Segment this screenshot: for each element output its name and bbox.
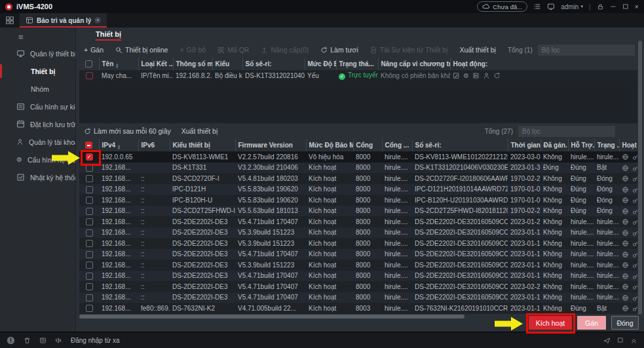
online-device-row[interactable]: 192.168...::DS-2CD2T25FHWD-I8V5.5.63buil… — [79, 206, 637, 217]
column-header[interactable]: Kiểu thiết bị — [170, 139, 235, 151]
refresh-icon[interactable] — [493, 72, 501, 79]
column-header[interactable]: Số sê-ri: — [412, 139, 508, 151]
online-device-row[interactable]: 192.168...::DS-2DE2202I-DE3V5.4.71build … — [79, 281, 637, 292]
toolbar-item-7[interactable]: Xuất thiết bị — [459, 46, 495, 54]
column-header[interactable]: Thời gian K... — [508, 139, 540, 151]
online-device-row[interactable]: 192.168...::IPC-D121HV5.5.83build 190620… — [79, 184, 637, 195]
toolbar-item-0[interactable]: +Gán — [84, 46, 104, 54]
online-filter-input[interactable] — [518, 126, 615, 137]
cell-checkbox[interactable] — [79, 249, 99, 260]
gear-icon[interactable]: ⚙ — [463, 72, 469, 79]
task-list-button[interactable] — [533, 3, 541, 10]
row-checkbox[interactable] — [86, 273, 93, 280]
row-checkbox[interactable] — [86, 305, 93, 312]
column-header[interactable]: Loại Kết ... — [138, 58, 173, 70]
online-device-row[interactable]: 192.168...::DS-2DE2202I-DE3V5.4.71build … — [79, 271, 637, 282]
key-icon[interactable] — [632, 175, 637, 182]
column-header[interactable]: Trạng thá... — [336, 58, 378, 70]
row-checkbox[interactable] — [86, 186, 93, 193]
globe-icon[interactable] — [622, 305, 629, 312]
globe-icon[interactable] — [622, 261, 629, 269]
key-icon[interactable] — [632, 273, 637, 280]
screen-button[interactable] — [547, 3, 555, 10]
column-header[interactable]: IPv6 — [138, 139, 170, 151]
online-device-row[interactable]: 192.168...::IPC-B120H-UV5.5.83build 1906… — [79, 195, 637, 206]
row-checkbox[interactable] — [86, 175, 93, 182]
globe-icon[interactable] — [622, 197, 629, 204]
cell-checkbox[interactable] — [79, 195, 99, 206]
row-checkbox[interactable] — [86, 261, 93, 269]
edit-icon[interactable] — [453, 72, 460, 79]
column-header[interactable]: Nâng cấp vi chương trình — [378, 58, 450, 70]
sidebar-item-2[interactable]: Nhóm — [0, 80, 75, 98]
cell-checkbox[interactable] — [79, 70, 99, 81]
key-icon[interactable] — [632, 197, 637, 204]
globe-icon[interactable] — [622, 218, 629, 225]
close-dialog-button[interactable]: Đóng — [611, 316, 639, 330]
online-device-row[interactable]: 192.168...::DS-2DE2202I-DE3V5.3.9build 1… — [79, 227, 637, 239]
speaker-icon[interactable] — [55, 337, 62, 344]
globe-icon[interactable] — [622, 229, 629, 237]
minimize-button[interactable] — [610, 3, 616, 10]
online-device-row[interactable]: 192.168...::DS-2DE2202I-DE3V5.4.71build … — [79, 292, 637, 303]
key-icon[interactable] — [632, 153, 637, 161]
activate-button[interactable]: Kích hoạt — [529, 316, 572, 330]
row-checkbox[interactable] — [86, 251, 93, 258]
trash-icon[interactable] — [24, 337, 31, 344]
cell-checkbox[interactable] — [79, 292, 99, 303]
select-all-checkbox[interactable] — [85, 142, 92, 149]
key-icon[interactable] — [632, 294, 637, 301]
column-header[interactable]: IPv4▴▾ — [99, 139, 138, 151]
column-header[interactable]: Firmware Version — [235, 139, 306, 151]
globe-icon[interactable] — [622, 186, 629, 193]
online-device-row[interactable]: 192.168...::DS-2DE2202I-DE3V5.3.9build 1… — [79, 260, 637, 271]
row-checkbox[interactable] — [86, 153, 93, 161]
row-checkbox[interactable] — [86, 164, 93, 172]
alarm-icon[interactable] — [7, 336, 15, 345]
row-checkbox[interactable] — [86, 72, 93, 79]
event-panel-icon[interactable] — [39, 337, 47, 344]
row-checkbox[interactable] — [86, 283, 93, 290]
key-icon[interactable] — [632, 305, 637, 312]
maximize-button[interactable] — [622, 3, 629, 10]
globe-icon[interactable] — [622, 164, 629, 172]
column-header[interactable]: Cổng ... — [382, 139, 412, 151]
globe-icon[interactable] — [622, 175, 629, 182]
key-icon[interactable] — [632, 261, 637, 269]
column-header[interactable]: Thông số m... — [173, 58, 212, 70]
globe-icon[interactable] — [622, 294, 629, 301]
toolbar-item-1[interactable]: Thiết bị online — [115, 46, 168, 54]
cell-checkbox[interactable] — [79, 216, 99, 227]
filter-input[interactable] — [538, 45, 635, 56]
sidebar-item-7[interactable]: Nhật ký hệ thống: — [0, 168, 75, 186]
close-button[interactable]: × — [635, 3, 639, 10]
online-device-row[interactable]: 192.168...fe80::869...DS-7632NI-K2V4.71.… — [79, 303, 637, 314]
column-header[interactable]: Mức Độ Bảo Mật — [306, 139, 353, 151]
column-header[interactable]: Hoạt đ... — [619, 139, 637, 151]
toolbar-item-5[interactable]: Làm tươi — [320, 46, 358, 54]
key-icon[interactable] — [632, 186, 637, 193]
key-icon[interactable] — [632, 240, 637, 247]
sort-icon[interactable]: ▴▾ — [118, 144, 120, 149]
tab-close-icon[interactable]: × — [94, 17, 101, 24]
sort-icon[interactable]: ▴▾ — [116, 63, 118, 68]
row-checkbox[interactable] — [86, 294, 93, 301]
column-header[interactable]: Kiểu — [212, 58, 242, 70]
column-header[interactable]: Mức Độ B... — [305, 58, 336, 70]
auto-refresh-button[interactable]: Làm mới sau mỗi 60 giây — [84, 127, 171, 135]
cell-checkbox[interactable] — [79, 163, 99, 174]
column-header[interactable]: Hoạt động: — [450, 58, 637, 70]
row-checkbox[interactable] — [86, 229, 93, 237]
column-header[interactable]: Đã gán. — [540, 139, 568, 151]
sidebar-item-4[interactable]: Đặt lịch lưu trữ — [0, 115, 75, 133]
globe-icon[interactable] — [622, 251, 629, 258]
cell-checkbox[interactable] — [79, 184, 99, 195]
column-header[interactable]: Tên▴▾ — [99, 58, 138, 70]
cloud-status-button[interactable]: Chưa đă... — [477, 1, 527, 12]
collapse-icon[interactable] — [630, 337, 637, 344]
sidebar-item-5[interactable]: Quản lý tài khoản — [0, 133, 75, 151]
online-device-row[interactable]: 192.168...DS-K1T331V3.2.30build 210406Kí… — [79, 163, 637, 174]
globe-icon[interactable] — [622, 208, 629, 215]
pin-icon[interactable] — [603, 337, 611, 344]
globe-icon[interactable] — [622, 153, 629, 161]
